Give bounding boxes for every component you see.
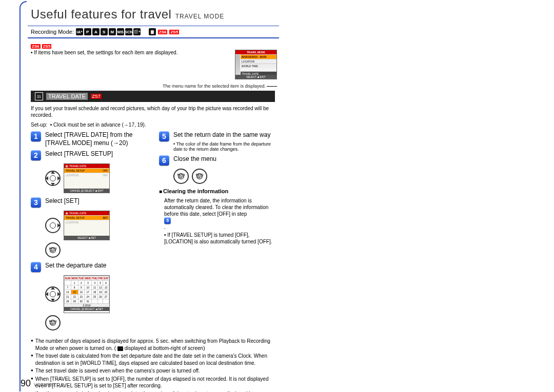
intro-text: If you set your travel schedule and reco…	[31, 105, 277, 118]
mode-icon: A	[92, 28, 100, 35]
note-bullet: When [TRAVEL SETUP] is set to [OFF], the…	[31, 376, 277, 389]
clip-mode-icon: 📋	[149, 28, 156, 35]
setup-line: Set-up: • Clock must be set in advance (…	[31, 121, 277, 128]
page-corner	[19, 1, 27, 391]
zs7-tag: ZS7	[91, 94, 102, 99]
mode-icon: SCN	[125, 28, 132, 35]
mode-icon: M	[109, 28, 116, 35]
zs6-tag: ZS6	[158, 30, 168, 34]
note-bullet: The number of days elapsed is displayed …	[31, 338, 277, 352]
mode-icon: MS	[117, 28, 124, 35]
divider-blue	[28, 37, 279, 38]
title-sub: TRAVEL MODE	[175, 13, 225, 20]
items-set-note: • If items have been set, the settings f…	[31, 50, 230, 55]
content-area: ZS6 ZS5 • If items have been set, the se…	[31, 43, 277, 392]
page-footer: 90 VQT2R20	[21, 378, 54, 389]
menu-set-dial-icon-4: MENU/SET	[192, 169, 207, 184]
mode-icon: 🎬*	[133, 28, 141, 35]
note-bullet: The travel date is calculated from the s…	[31, 353, 277, 366]
step-3-ref-icon: 3	[164, 217, 171, 224]
mode-icon: iA*	[76, 28, 83, 35]
step-1-icon: 1	[31, 131, 41, 141]
step-3-text: Select [SET]	[45, 197, 149, 208]
travel-date-section-bar: 31 TRAVEL DATE ZS7	[31, 91, 275, 102]
zs6-tag-2: ZS6	[31, 44, 41, 49]
zs5-tag-2: ZS5	[42, 44, 52, 49]
clearing-heading: Clearing the information	[159, 188, 277, 194]
zs5-tag: ZS5	[169, 30, 179, 34]
step-2-text: Select [TRAVEL SETUP]	[45, 150, 149, 160]
step-6-icon: 6	[159, 155, 169, 166]
lcd-travel-setup: TRAVEL DATE TRAVEL SETUPOFF LOCATIONOFF …	[64, 163, 110, 193]
clearing-body: After the return date, the information i…	[164, 197, 277, 245]
page-number: 90	[21, 378, 31, 389]
mode-icon: S	[101, 28, 108, 35]
manual-page: Useful features for travel TRAVEL MODE R…	[0, 0, 554, 392]
calendar-screen: SUNMONTUEWEDTHUFRISAT 123456 78910111213…	[64, 275, 110, 313]
step-4-icon: 4	[31, 262, 41, 272]
bottom-notes: The number of days elapsed is displayed …	[31, 338, 277, 392]
left-column: 1 Select [TRAVEL DATE] from the [TRAVEL …	[31, 131, 149, 335]
lcd-set: TRAVEL DATE TRAVEL SETUPSET LOCATION SEL…	[64, 211, 110, 240]
menu-name-caption: The menu name for the selected item is d…	[31, 84, 277, 89]
mode-icon: P	[84, 28, 91, 35]
doc-code: VQT2R20	[34, 382, 54, 387]
step-4-text: Set the departure date	[45, 262, 149, 272]
section-label: TRAVEL DATE	[46, 93, 88, 100]
step-5-text: Set the return date in the same way • Th…	[173, 131, 277, 152]
mode-icons: iA*PASMMSSCN🎬*	[76, 28, 141, 35]
page-title: Useful features for travel TRAVEL MODE	[31, 7, 533, 22]
right-column: 5 Set the return date in the same way • …	[159, 131, 277, 335]
divider	[28, 26, 279, 26]
step-1-text: Select [TRAVEL DATE] from the [TRAVEL MO…	[45, 131, 149, 147]
preview-screenshot: TRAVEL MODE MAR/15/2010→MAR/ LOCATION WO…	[235, 50, 277, 79]
nav-dial-icon	[45, 171, 61, 186]
step-6-text: Close the menu	[173, 155, 277, 166]
nav-dial-icon-2	[45, 286, 61, 302]
step-5-icon: 5	[159, 131, 169, 141]
calendar-icon: 31	[35, 92, 43, 100]
step-3-icon: 3	[31, 197, 41, 208]
menu-set-dial-icon-3: MENU/SET	[173, 169, 189, 184]
menu-set-dial-icon-2: MENU/SET	[45, 315, 61, 331]
menu-set-dial-icon: MENU/SET	[45, 242, 61, 258]
nav-right-dial-icon	[45, 218, 61, 233]
title-main: Useful features for travel	[31, 7, 171, 21]
note-bullet: The set travel date is saved even when t…	[31, 367, 277, 375]
card-icon	[117, 346, 123, 351]
step-2-icon: 2	[31, 150, 41, 160]
recording-mode-row: Recording Mode: iA*PASMMSSCN🎬* 📋 ZS6 ZS5	[31, 28, 533, 35]
recording-mode-label: Recording Mode:	[31, 29, 74, 35]
